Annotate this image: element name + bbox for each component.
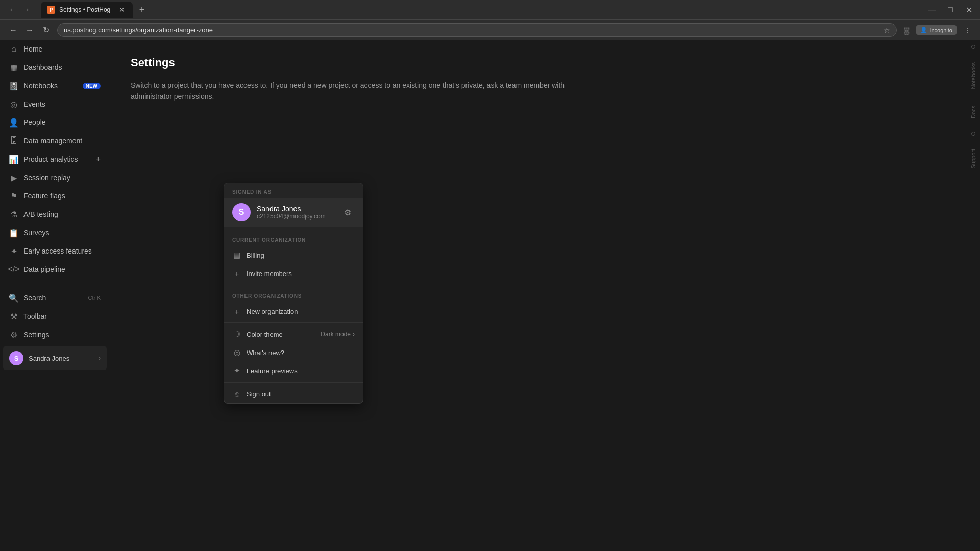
sidebar-item-home[interactable]: ⌂ Home: [3, 40, 107, 58]
sidebar-item-label: Search: [23, 294, 83, 302]
menu-item-invite-members[interactable]: + Invite members: [224, 264, 363, 283]
dropdown-menu: SIGNED IN AS S Sandra Jones c2125c04@moo…: [224, 183, 363, 404]
extensions-button[interactable]: ▒: [901, 24, 912, 36]
feature-previews-icon: ✦: [232, 366, 241, 375]
browser-right-buttons: ▒ 👤 Incognito ⋮: [901, 24, 974, 36]
sidebar-item-ab-testing[interactable]: ⚗ A/B testing: [3, 206, 107, 223]
menu-button[interactable]: ⋮: [961, 24, 974, 36]
close-window-button[interactable]: ✕: [962, 3, 976, 17]
sidebar-item-label: Data management: [23, 137, 101, 145]
color-theme-label: Color theme: [247, 331, 315, 338]
sidebar-item-toolbar[interactable]: ⚒ Toolbar: [3, 308, 107, 325]
user-settings-gear-button[interactable]: ⚙: [340, 205, 355, 219]
sign-out-label: Sign out: [247, 390, 355, 398]
tab-close-button[interactable]: ✕: [117, 5, 127, 14]
menu-item-feature-previews[interactable]: ✦ Feature previews: [224, 362, 363, 380]
sidebar-item-data-pipeline[interactable]: </> Data pipeline: [3, 261, 107, 278]
menu-user-name: Sandra Jones: [257, 205, 334, 213]
new-org-icon: +: [232, 307, 241, 316]
menu-user-row[interactable]: S Sandra Jones c2125c04@moodjoy.com ⚙: [224, 198, 363, 227]
sidebar-item-label: Session replay: [23, 173, 101, 182]
sidebar-item-label: A/B testing: [23, 210, 101, 218]
menu-item-whats-new[interactable]: ◎ What's new?: [224, 343, 363, 362]
tab-back-button[interactable]: ‹: [4, 3, 18, 17]
billing-label: Billing: [247, 252, 355, 259]
new-tab-button[interactable]: +: [135, 3, 149, 17]
refresh-button[interactable]: ↻: [39, 23, 53, 37]
sidebar-item-people[interactable]: 👤 People: [3, 114, 107, 131]
sidebar-item-label: Home: [23, 45, 101, 53]
sidebar-item-label: Data pipeline: [23, 265, 101, 273]
url-text: us.posthog.com/settings/organization-dan…: [64, 26, 213, 34]
right-panel: Notebooks Docs Support: [966, 40, 980, 551]
right-tab-notebooks[interactable]: Notebooks: [969, 59, 977, 92]
divider: [224, 322, 363, 323]
right-tab-support[interactable]: Support: [969, 146, 977, 172]
sidebar-item-label: Settings: [23, 331, 101, 339]
dashboards-icon: ▦: [9, 63, 18, 72]
sidebar-item-label: Toolbar: [23, 312, 101, 320]
back-nav-button[interactable]: ←: [6, 23, 20, 37]
data-pipeline-icon: </>: [9, 265, 18, 274]
divider: [224, 382, 363, 383]
feature-flags-icon: ⚑: [9, 191, 18, 201]
sidebar-item-label: Product analytics: [23, 155, 91, 163]
sidebar-user-name: Sandra Jones: [29, 355, 93, 362]
surveys-icon: 📋: [9, 228, 18, 237]
tab-title: Settings • PostHog: [59, 6, 113, 13]
sidebar-item-search[interactable]: 🔍 Search CtrlK: [3, 289, 107, 307]
url-bar[interactable]: us.posthog.com/settings/organization-dan…: [57, 23, 897, 37]
sidebar-item-dashboards[interactable]: ▦ Dashboards: [3, 59, 107, 76]
menu-item-sign-out[interactable]: ⎋ Sign out: [224, 385, 363, 403]
sidebar-item-session-replay[interactable]: ▶ Session replay: [3, 169, 107, 186]
menu-item-billing[interactable]: ▤ Billing: [224, 246, 363, 264]
divider: [224, 229, 363, 229]
page-title: Settings: [131, 56, 945, 69]
sidebar: ⌂ Home ▦ Dashboards 📓 Notebooks NEW ◎ Ev…: [0, 40, 110, 551]
forward-nav-button[interactable]: →: [22, 23, 37, 37]
right-panel-dot-2: [971, 132, 975, 136]
add-icon[interactable]: +: [96, 155, 101, 164]
sidebar-item-notebooks[interactable]: 📓 Notebooks NEW: [3, 77, 107, 94]
bookmark-button[interactable]: ☆: [884, 26, 890, 34]
new-badge: NEW: [83, 83, 101, 89]
sidebar-item-label: Notebooks: [23, 82, 78, 90]
new-org-label: New organization: [247, 308, 355, 315]
window-controls: — □ ✕: [925, 3, 976, 17]
user-avatar: S: [9, 351, 23, 365]
menu-user-email: c2125c04@moodjoy.com: [257, 213, 334, 220]
menu-item-color-theme[interactable]: ☽ Color theme Dark mode ›: [224, 325, 363, 343]
sidebar-item-feature-flags[interactable]: ⚑ Feature flags: [3, 187, 107, 205]
home-icon: ⌂: [9, 44, 18, 54]
sidebar-item-label: Early access features: [23, 247, 101, 255]
sidebar-item-product-analytics[interactable]: 📊 Product analytics +: [3, 151, 107, 168]
signed-in-as-label: SIGNED IN AS: [224, 183, 363, 198]
product-analytics-icon: 📊: [9, 155, 18, 164]
main-content: Settings Switch to a project that you ha…: [110, 40, 966, 551]
divider: [224, 285, 363, 285]
sidebar-item-data-management[interactable]: 🗄 Data management: [3, 132, 107, 149]
sidebar-item-settings[interactable]: ⚙ Settings: [3, 326, 107, 343]
menu-item-new-org[interactable]: + New organization: [224, 302, 363, 320]
minimize-button[interactable]: —: [925, 3, 939, 17]
sidebar-user-button[interactable]: S Sandra Jones ›: [3, 346, 107, 370]
app-layout: ⌂ Home ▦ Dashboards 📓 Notebooks NEW ◎ Ev…: [0, 40, 980, 551]
search-icon: 🔍: [9, 293, 18, 303]
maximize-button[interactable]: □: [943, 3, 958, 17]
right-panel-dot: [971, 45, 975, 49]
right-tab-docs[interactable]: Docs: [969, 103, 977, 121]
sign-out-icon: ⎋: [232, 389, 241, 398]
sidebar-item-events[interactable]: ◎ Events: [3, 95, 107, 113]
menu-user-info: Sandra Jones c2125c04@moodjoy.com: [257, 205, 334, 220]
data-management-icon: 🗄: [9, 136, 18, 145]
chevron-right-icon: ›: [99, 355, 101, 362]
whats-new-label: What's new?: [247, 349, 355, 357]
sidebar-item-surveys[interactable]: 📋 Surveys: [3, 224, 107, 241]
browser-tab[interactable]: P Settings • PostHog ✕: [41, 2, 133, 18]
sidebar-item-early-access[interactable]: ✦ Early access features: [3, 242, 107, 260]
address-bar: ← → ↻ us.posthog.com/settings/organizati…: [0, 19, 980, 40]
events-icon: ◎: [9, 99, 18, 109]
tab-forward-button[interactable]: ›: [20, 3, 35, 17]
billing-icon: ▤: [232, 251, 241, 260]
session-replay-icon: ▶: [9, 173, 18, 182]
